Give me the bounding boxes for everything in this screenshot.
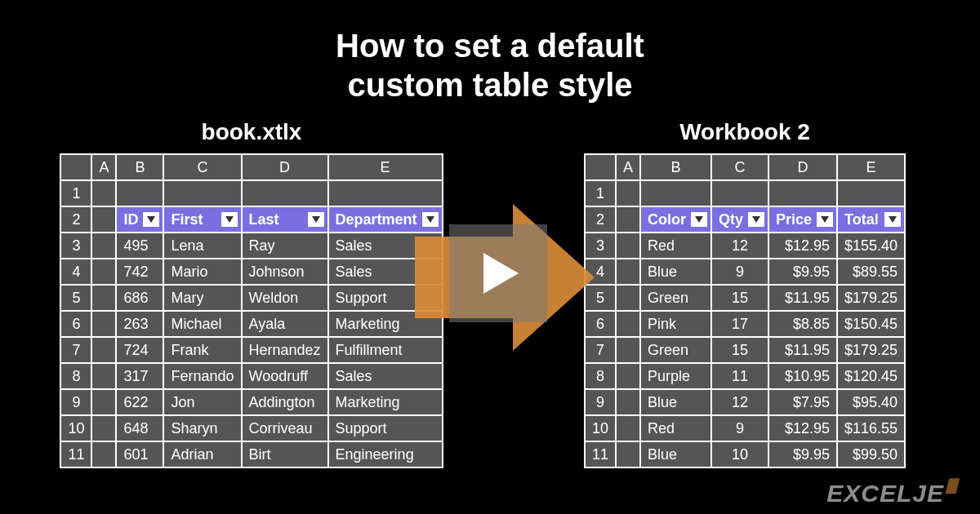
filter-dropdown-icon[interactable]	[143, 212, 159, 227]
table-row: 6263MichaelAyalaMarketing	[60, 311, 442, 337]
right-panel: Workbook 2 A B C D E 1 2 Color Qty Price…	[549, 119, 941, 468]
svg-marker-0	[147, 216, 155, 223]
cell-last: Johnson	[242, 259, 328, 285]
svg-marker-4	[695, 216, 703, 223]
cell-first: Michael	[163, 311, 241, 337]
cell-last: Weldon	[242, 285, 328, 311]
cell-total: $95.40	[837, 389, 905, 415]
cell-color: Blue	[640, 389, 711, 415]
svg-marker-2	[312, 216, 320, 223]
table-row: 5Green15$11.95$179.25	[585, 285, 905, 311]
cell-last: Corriveau	[242, 415, 328, 441]
cell-last: Hernandez	[242, 337, 328, 363]
cell-price: $11.95	[768, 285, 837, 311]
header-last[interactable]: Last	[242, 206, 328, 233]
col-E: E	[328, 154, 443, 180]
table-row: 3495LenaRaySales	[60, 233, 442, 259]
cell-color: Green	[640, 337, 711, 363]
table-row: 4Blue9$9.95$89.55	[585, 259, 905, 285]
table-row: 11601AdrianBirtEngineering	[60, 441, 442, 467]
header-qty[interactable]: Qty	[711, 206, 768, 233]
cell-price: $9.95	[768, 259, 837, 285]
left-spreadsheet: A B C D E 1 2 ID First Last Department 3…	[60, 153, 443, 468]
cell-dept: Sales	[328, 363, 443, 389]
brand-watermark: EXCELJE▘	[826, 479, 964, 507]
svg-marker-7	[889, 216, 897, 223]
cell-color: Blue	[640, 259, 711, 285]
cell-qty: 9	[711, 259, 768, 285]
svg-marker-9	[483, 253, 519, 294]
header-row: 2 ID First Last Department	[60, 206, 442, 233]
right-spreadsheet: A B C D E 1 2 Color Qty Price Total 3Red…	[584, 153, 906, 468]
cell-first: Jon	[163, 389, 241, 415]
cell-color: Green	[640, 285, 711, 311]
tutorial-title: How to set a default custom table style	[0, 0, 980, 104]
cell-total: $89.55	[837, 259, 905, 285]
filter-dropdown-icon[interactable]	[884, 212, 901, 227]
header-id[interactable]: ID	[116, 206, 163, 233]
cell-last: Woodruff	[242, 363, 328, 389]
cell-price: $12.95	[768, 415, 837, 441]
cell-total: $116.55	[837, 415, 905, 441]
cell-color: Red	[640, 233, 711, 259]
cell-id: 601	[116, 441, 163, 467]
header-price[interactable]: Price	[768, 206, 837, 233]
cell-total: $150.45	[837, 311, 905, 337]
cell-qty: 12	[711, 389, 768, 415]
table-row: 10Red9$12.95$116.55	[585, 415, 905, 441]
cell-first: Mario	[163, 259, 241, 285]
filter-dropdown-icon[interactable]	[748, 212, 764, 227]
cell-last: Ray	[242, 233, 328, 259]
table-row: 3Red12$12.95$155.40	[585, 233, 905, 259]
table-row: 9622JonAddingtonMarketing	[60, 389, 442, 415]
cell-price: $8.85	[768, 311, 837, 337]
cell-last: Birt	[242, 441, 328, 467]
play-button[interactable]	[449, 224, 547, 322]
cell-price: $9.95	[768, 441, 837, 467]
cell-total: $155.40	[837, 233, 905, 259]
cell-qty: 17	[711, 311, 768, 337]
cell-id: 622	[116, 389, 163, 415]
svg-marker-1	[225, 216, 234, 223]
table-row: 4742MarioJohnsonSales	[60, 259, 442, 285]
right-caption: Workbook 2	[679, 119, 810, 145]
cell-qty: 10	[711, 441, 768, 467]
col-C: C	[163, 154, 241, 180]
cell-color: Purple	[640, 363, 711, 389]
title-line-1: How to set a default	[0, 26, 980, 65]
left-caption: book.xtlx	[202, 119, 302, 145]
cell-dept: Marketing	[328, 389, 443, 415]
cell-id: 724	[116, 337, 163, 363]
col-D: D	[242, 154, 328, 180]
header-color[interactable]: Color	[640, 206, 711, 233]
cell-color: Red	[640, 415, 711, 441]
filter-dropdown-icon[interactable]	[691, 212, 707, 227]
cell-total: $179.25	[837, 285, 905, 311]
header-total[interactable]: Total	[837, 206, 905, 233]
header-row: 2 Color Qty Price Total	[585, 206, 905, 233]
cell-dept: Support	[328, 415, 443, 441]
col-D: D	[768, 154, 837, 180]
header-first[interactable]: First	[163, 206, 241, 233]
table-row: 10648SharynCorriveauSupport	[60, 415, 442, 441]
cell-first: Adrian	[163, 441, 241, 467]
filter-dropdown-icon[interactable]	[308, 212, 324, 227]
cell-total: $99.50	[837, 441, 905, 467]
table-row: 8317FernandoWoodruffSales	[60, 363, 442, 389]
left-panel: book.xtlx A B C D E 1 2 ID First Last De…	[39, 119, 464, 468]
cell-qty: 9	[711, 415, 768, 441]
filter-dropdown-icon[interactable]	[817, 212, 833, 227]
cell-price: $10.95	[768, 363, 837, 389]
cell-total: $179.25	[837, 337, 905, 363]
table-row: 1	[60, 180, 442, 206]
svg-marker-5	[752, 216, 760, 223]
col-E: E	[837, 154, 905, 180]
cell-qty: 11	[711, 363, 768, 389]
col-C: C	[711, 154, 768, 180]
cell-last: Ayala	[242, 311, 328, 337]
filter-dropdown-icon[interactable]	[221, 212, 238, 227]
table-row: 1	[585, 180, 905, 206]
col-A: A	[616, 154, 640, 180]
cell-price: $7.95	[768, 389, 837, 415]
col-A: A	[91, 154, 116, 180]
